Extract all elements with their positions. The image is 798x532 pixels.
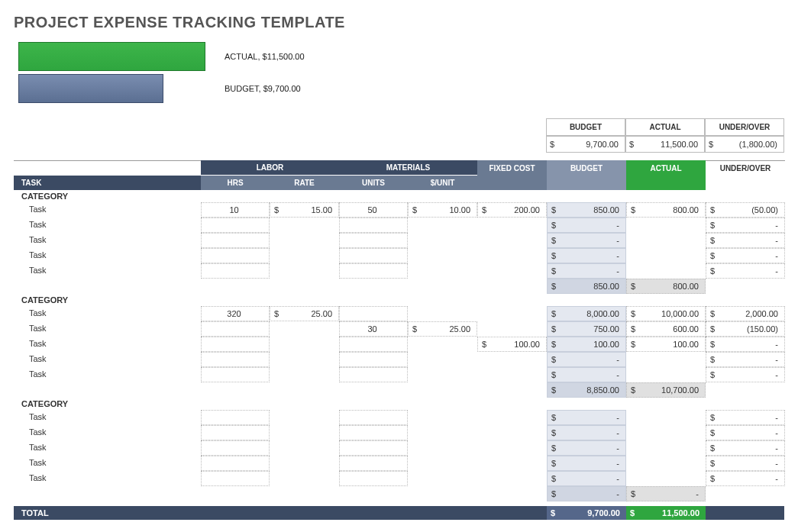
header-blank: [14, 160, 201, 175]
rate-cell: [270, 440, 339, 456]
hrs-cell[interactable]: [201, 471, 270, 486]
subtotal-row: $850.00$800.00: [14, 279, 784, 294]
task-name: Task: [14, 367, 201, 382]
budget-cell[interactable]: $-: [547, 263, 626, 279]
under-over-cell[interactable]: $-: [706, 218, 785, 233]
table-row: Task$-$-: [14, 263, 784, 279]
header-budget-sub: [547, 176, 626, 190]
units-cell[interactable]: [339, 233, 408, 248]
expense-table: LABOR MATERIALS FIXED COST BUDGET ACTUAL…: [14, 160, 784, 520]
units-cell[interactable]: [339, 352, 408, 367]
under-over-cell[interactable]: $2,000.00: [706, 306, 785, 321]
budget-cell[interactable]: $-: [547, 352, 626, 367]
fixed-cell[interactable]: $200.00: [477, 202, 547, 218]
hrs-cell[interactable]: [201, 456, 270, 471]
table-row: Task$-$-: [14, 367, 784, 382]
hrs-cell[interactable]: [201, 233, 270, 248]
actual-cell[interactable]: $600.00: [626, 321, 706, 337]
under-over-cell[interactable]: $-: [706, 471, 785, 486]
units-cell[interactable]: [339, 367, 408, 382]
budget-cell[interactable]: $-: [547, 218, 626, 233]
under-over-cell[interactable]: $(50.00): [706, 202, 785, 218]
fixed-cell[interactable]: $100.00: [477, 337, 547, 352]
under-over-cell[interactable]: $(150.00): [706, 321, 785, 337]
budget-cell[interactable]: $-: [547, 425, 626, 440]
actual-cell: [626, 352, 706, 367]
per-unit-cell: [408, 233, 477, 248]
hrs-cell[interactable]: [201, 367, 270, 382]
under-over-cell[interactable]: $-: [706, 263, 785, 279]
under-over-cell[interactable]: $-: [706, 456, 785, 471]
rate-cell: [270, 456, 339, 471]
per-unit-cell[interactable]: $25.00: [408, 321, 477, 337]
actual-cell[interactable]: $100.00: [626, 337, 706, 352]
hrs-cell[interactable]: 10: [201, 202, 270, 218]
budget-cell[interactable]: $-: [547, 248, 626, 263]
hrs-cell[interactable]: [201, 425, 270, 440]
rate-cell[interactable]: $25.00: [270, 306, 339, 321]
units-cell[interactable]: [339, 425, 408, 440]
budget-cell[interactable]: $-: [547, 471, 626, 486]
units-cell[interactable]: [339, 263, 408, 279]
hrs-cell[interactable]: [201, 440, 270, 456]
budget-cell[interactable]: $8,000.00: [547, 306, 626, 321]
subtotal-budget: $-: [547, 486, 626, 501]
header-budget: BUDGET: [547, 160, 626, 176]
budget-cell[interactable]: $-: [547, 410, 626, 425]
under-over-cell[interactable]: $-: [706, 233, 785, 248]
units-cell[interactable]: [339, 471, 408, 486]
per-unit-cell: [408, 440, 477, 456]
hrs-cell[interactable]: [201, 321, 270, 337]
under-over-cell[interactable]: $-: [706, 425, 785, 440]
subtotal-row: $8,850.00$10,700.00: [14, 382, 784, 398]
units-cell[interactable]: 50: [339, 202, 408, 218]
hrs-cell[interactable]: [201, 410, 270, 425]
under-over-cell[interactable]: $-: [706, 367, 785, 382]
budget-cell[interactable]: $-: [547, 367, 626, 382]
hrs-cell[interactable]: 320: [201, 306, 270, 321]
budget-cell[interactable]: $750.00: [547, 321, 626, 337]
units-cell[interactable]: [339, 410, 408, 425]
per-unit-cell: [408, 306, 477, 321]
rate-cell[interactable]: $15.00: [270, 202, 339, 218]
budget-cell[interactable]: $-: [547, 233, 626, 248]
under-over-cell[interactable]: $-: [706, 337, 785, 352]
summary-actual-value: $11,500.00: [625, 136, 705, 153]
actual-cell[interactable]: $800.00: [626, 202, 706, 218]
units-cell[interactable]: 30: [339, 321, 408, 337]
header-rate: RATE: [270, 176, 339, 190]
hrs-cell[interactable]: [201, 352, 270, 367]
table-row: Task$100.00$100.00$100.00$-: [14, 337, 784, 352]
total-label: TOTAL: [14, 506, 201, 520]
under-over-cell[interactable]: $-: [706, 248, 785, 263]
hrs-cell[interactable]: [201, 263, 270, 279]
fixed-cell: [477, 440, 547, 456]
actual-cell[interactable]: $10,000.00: [626, 306, 706, 321]
task-name: Task: [14, 471, 201, 486]
budget-cell[interactable]: $-: [547, 440, 626, 456]
under-over-cell[interactable]: $-: [706, 410, 785, 425]
per-unit-cell[interactable]: $10.00: [408, 202, 477, 218]
total-row: TOTAL $9,700.00 $11,500.00: [14, 506, 784, 520]
budget-cell[interactable]: $-: [547, 456, 626, 471]
fixed-cell: [477, 367, 547, 382]
budget-cell[interactable]: $850.00: [547, 202, 626, 218]
units-cell[interactable]: [339, 456, 408, 471]
units-cell[interactable]: [339, 440, 408, 456]
units-cell[interactable]: [339, 218, 408, 233]
task-name: Task: [14, 440, 201, 456]
header-uo-sub: [706, 176, 785, 190]
under-over-cell[interactable]: $-: [706, 440, 785, 456]
header-units: UNITS: [339, 176, 408, 190]
under-over-cell[interactable]: $-: [706, 352, 785, 367]
units-cell[interactable]: [339, 337, 408, 352]
units-cell[interactable]: [339, 248, 408, 263]
rate-cell: [270, 367, 339, 382]
budget-cell[interactable]: $100.00: [547, 337, 626, 352]
task-name: Task: [14, 306, 201, 321]
task-name: Task: [14, 321, 201, 337]
hrs-cell[interactable]: [201, 218, 270, 233]
hrs-cell[interactable]: [201, 337, 270, 352]
hrs-cell[interactable]: [201, 248, 270, 263]
units-cell[interactable]: [339, 306, 408, 321]
